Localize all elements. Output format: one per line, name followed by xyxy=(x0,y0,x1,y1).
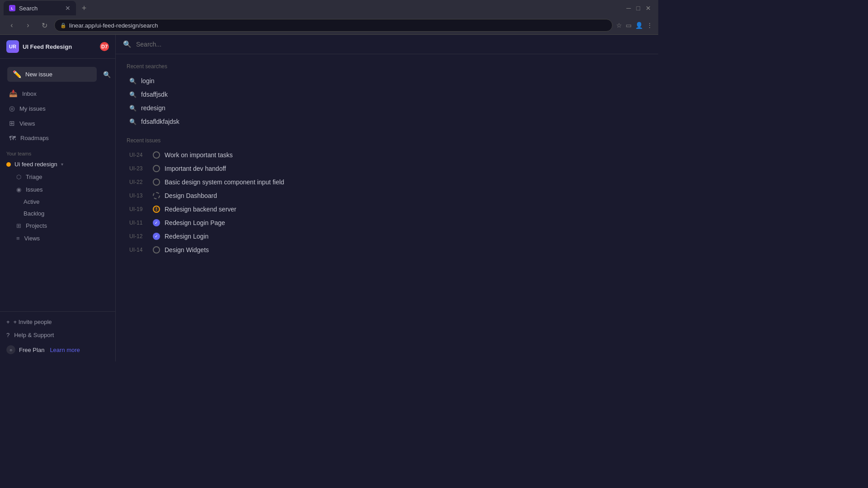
team-dot-icon xyxy=(6,162,11,167)
projects-label: Projects xyxy=(26,222,47,229)
bookmark-icon[interactable]: ☆ xyxy=(616,22,622,29)
issue-id-ui-13: UI-13 xyxy=(129,192,148,199)
search-result-fdsafldkfajdsk[interactable]: 🔍 fdsafldkfajdsk xyxy=(127,115,647,128)
team-chevron-icon: ▾ xyxy=(61,162,63,167)
minimize-button[interactable]: ─ xyxy=(627,5,631,12)
search-result-icon: 🔍 xyxy=(129,78,137,84)
reload-button[interactable]: ↻ xyxy=(38,19,51,32)
new-issue-button[interactable]: ✏️ New issue xyxy=(7,67,97,82)
issue-item-ui-24[interactable]: UI-24 Work on important tasks xyxy=(127,148,647,162)
issue-item-ui-14[interactable]: UI-14 Design Widgets xyxy=(127,243,647,257)
sidebar-item-triage[interactable]: ⬡ Triage xyxy=(3,171,113,183)
back-button[interactable]: ‹ xyxy=(5,19,18,32)
main-content: 🔍 Recent searches 🔍 login 🔍 fdsaffjsdk 🔍… xyxy=(116,35,658,361)
learn-more-link[interactable]: Learn more xyxy=(50,347,80,353)
maximize-button[interactable]: □ xyxy=(637,5,640,12)
invite-label: + Invite people xyxy=(14,319,52,325)
issue-id-ui-12: UI-12 xyxy=(129,233,148,239)
sidebar-item-inbox[interactable]: 📥 Inbox xyxy=(3,86,113,101)
forward-button[interactable]: › xyxy=(22,19,34,32)
address-bar[interactable]: 🔒 linear.app/ui-feed-redesign/search xyxy=(54,19,613,32)
search-result-text-2: fdsaffjsdk xyxy=(141,91,168,98)
new-issue-plus-icon: ✏️ xyxy=(13,70,22,79)
search-input[interactable] xyxy=(136,41,651,48)
issue-item-ui-23[interactable]: UI-23 Important dev handoff xyxy=(127,162,647,175)
sidebar-footer: + + Invite people ? Help & Support ○ Fre… xyxy=(0,311,115,361)
workspace-avatar: UR xyxy=(6,40,19,53)
my-issues-icon: ◎ xyxy=(9,104,15,113)
roadmaps-label: Roadmaps xyxy=(20,135,49,141)
status-todo-icon-3 xyxy=(153,178,160,186)
search-result-icon-2: 🔍 xyxy=(129,91,137,98)
sidebar-item-active[interactable]: Active xyxy=(3,196,113,207)
status-in-progress-icon xyxy=(153,192,160,199)
tab-close-button[interactable]: ✕ xyxy=(65,5,71,12)
active-tab[interactable]: L Search ✕ xyxy=(4,1,76,15)
recent-issues-label: Recent issues xyxy=(127,137,647,144)
recent-searches-list: 🔍 login 🔍 fdsaffjsdk 🔍 redesign 🔍 fdsafl… xyxy=(127,74,647,128)
issue-id-ui-14: UI-14 xyxy=(129,247,148,253)
sidebar-item-roadmaps[interactable]: 🗺 Roadmaps xyxy=(3,131,113,145)
help-label: Help & Support xyxy=(14,332,54,338)
profile-icon[interactable]: 👤 xyxy=(635,22,643,29)
issue-item-ui-22[interactable]: UI-22 Basic design system component inpu… xyxy=(127,175,647,189)
tab-favicon: L xyxy=(9,5,15,11)
search-glass-icon: 🔍 xyxy=(123,40,132,48)
invite-people-button[interactable]: + + Invite people xyxy=(0,315,115,328)
projects-icon: ⊞ xyxy=(16,222,21,229)
url-text: linear.app/ui-feed-redesign/search xyxy=(69,22,158,29)
my-issues-label: My issues xyxy=(19,105,46,112)
issue-title-ui-12: Redesign Login xyxy=(165,233,208,240)
search-result-login[interactable]: 🔍 login xyxy=(127,74,647,88)
help-icon: ? xyxy=(6,332,9,338)
search-result-fdsaffjsdk[interactable]: 🔍 fdsaffjsdk xyxy=(127,88,647,101)
views-label: Views xyxy=(19,120,35,127)
team-views-icon: ≡ xyxy=(16,235,20,242)
close-window-button[interactable]: ✕ xyxy=(646,5,651,12)
team-header[interactable]: Ui feed redesign ▾ xyxy=(0,158,115,170)
tab-label: Search xyxy=(19,5,38,12)
sidebar-toggle-icon[interactable]: ▭ xyxy=(626,22,632,29)
issue-id-ui-19: UI-19 xyxy=(129,206,148,212)
inbox-label: Inbox xyxy=(22,90,37,97)
backlog-label: Backlog xyxy=(24,210,44,217)
invite-plus-icon: + xyxy=(6,319,10,325)
results-area: Recent searches 🔍 login 🔍 fdsaffjsdk 🔍 r… xyxy=(116,54,658,361)
issue-id-ui-24: UI-24 xyxy=(129,152,148,158)
issue-id-ui-23: UI-23 xyxy=(129,165,148,172)
search-bar-container: 🔍 xyxy=(116,35,658,54)
search-button[interactable]: 🔍 xyxy=(101,69,113,80)
issue-item-ui-12[interactable]: UI-12 ✓ Redesign Login xyxy=(127,230,647,243)
issue-item-ui-11[interactable]: UI-11 ✓ Redesign Login Page xyxy=(127,216,647,230)
issue-title-ui-11: Redesign Login Page xyxy=(165,219,225,226)
sidebar-item-views[interactable]: ⊞ Views xyxy=(3,116,113,131)
status-todo-icon-4 xyxy=(153,246,160,253)
sidebar-item-projects[interactable]: ⊞ Projects xyxy=(3,220,113,232)
active-label: Active xyxy=(24,198,39,205)
sidebar-item-my-issues[interactable]: ◎ My issues xyxy=(3,101,113,116)
help-support-item[interactable]: ? Help & Support xyxy=(0,328,115,342)
extensions-icon[interactable]: ⋮ xyxy=(646,22,653,29)
issue-title-ui-23: Important dev handoff xyxy=(165,165,226,172)
issue-id-ui-22: UI-22 xyxy=(129,179,148,185)
sidebar-item-backlog[interactable]: Backlog xyxy=(3,208,113,219)
issue-item-ui-19[interactable]: UI-19 ! Redesign backend server xyxy=(127,202,647,216)
issue-id-ui-11: UI-11 xyxy=(129,220,148,226)
search-result-icon-4: 🔍 xyxy=(129,118,137,125)
app-layout: UR UI Feed Redesign D7 ✏️ New issue 🔍 📥 … xyxy=(0,35,658,361)
search-result-redesign[interactable]: 🔍 redesign xyxy=(127,101,647,115)
sidebar-item-issues[interactable]: ◉ Issues xyxy=(3,183,113,196)
free-plan-icon: ○ xyxy=(6,345,15,354)
new-issue-label: New issue xyxy=(25,71,52,78)
issue-item-ui-13[interactable]: UI-13 Design Dashboard xyxy=(127,189,647,202)
new-tab-button[interactable]: + xyxy=(78,2,90,14)
recent-searches-label: Recent searches xyxy=(127,63,647,70)
team-name-label: Ui feed redesign xyxy=(14,161,57,168)
sidebar-item-team-views[interactable]: ≡ Views xyxy=(3,232,113,244)
triage-icon: ⬡ xyxy=(16,174,21,180)
search-result-icon-3: 🔍 xyxy=(129,105,137,112)
team-views-label: Views xyxy=(24,235,40,242)
search-result-text: login xyxy=(141,77,155,84)
notification-badge: D7 xyxy=(100,42,109,51)
issue-title-ui-14: Design Widgets xyxy=(165,246,209,253)
